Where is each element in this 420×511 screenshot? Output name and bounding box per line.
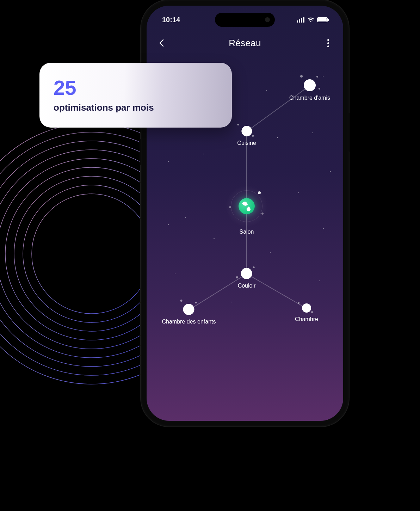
nav-bar: Réseau <box>147 32 343 54</box>
orbit-dot <box>261 213 264 215</box>
node-label: Couloir <box>238 283 256 289</box>
globe-icon <box>239 198 255 214</box>
phone-side-button <box>140 139 141 165</box>
dynamic-island <box>215 13 275 27</box>
status-icons <box>297 17 328 23</box>
node-chambre[interactable]: Chambre <box>295 303 318 322</box>
phone-side-button <box>348 113 350 152</box>
stat-card: 25 optimisations par mois <box>39 63 232 128</box>
node-dot-icon <box>183 304 194 315</box>
orbit-dot <box>258 191 261 194</box>
stat-value: 25 <box>54 78 218 98</box>
back-button[interactable] <box>157 39 166 47</box>
wifi-icon <box>307 17 314 23</box>
node-dot-icon <box>241 268 252 279</box>
battery-icon <box>317 17 328 22</box>
node-dot-icon <box>241 126 252 136</box>
svg-point-0 <box>32 194 152 314</box>
chevron-left-icon <box>159 39 164 47</box>
cellular-icon <box>297 17 304 23</box>
hub-halo <box>226 185 268 227</box>
node-label: Chambre d'amis <box>289 95 330 101</box>
dot-icon <box>327 45 329 47</box>
node-hub-salon[interactable]: Salon <box>226 185 268 235</box>
node-chambre-enfants[interactable]: Chambre des enfants <box>162 304 216 325</box>
node-couloir[interactable]: Couloir <box>238 268 256 289</box>
node-label: Cuisine <box>237 140 256 146</box>
more-menu-button[interactable] <box>324 39 333 47</box>
node-cuisine[interactable]: Cuisine <box>237 126 256 146</box>
stat-caption: optimisations par mois <box>54 102 218 113</box>
node-label: Salon <box>226 229 268 235</box>
node-label: Chambre des enfants <box>162 319 216 325</box>
orbit-dot <box>229 206 231 208</box>
svg-point-1 <box>23 185 160 322</box>
node-dot-icon <box>302 303 311 313</box>
status-time: 10:14 <box>162 16 180 24</box>
dot-icon <box>327 42 329 44</box>
node-label: Chambre <box>295 316 318 322</box>
dot-icon <box>327 39 329 41</box>
page-title: Réseau <box>229 38 261 49</box>
node-chambre-amis[interactable]: Chambre d'amis <box>289 79 330 101</box>
node-dot-icon <box>304 79 316 91</box>
